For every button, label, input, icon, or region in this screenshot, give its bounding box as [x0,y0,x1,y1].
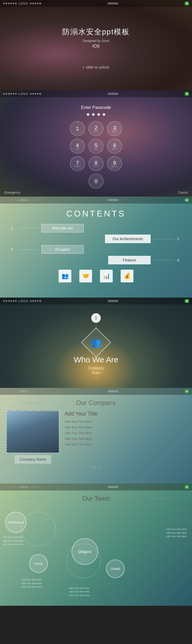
slide-3: LOGO ■ CONTENTS 1 Who We Are Our Achieve… [0,197,192,298]
dot [8,486,10,488]
passcode-dot [97,113,100,116]
add-text-1: Add Your Text Here [65,419,186,425]
dot [32,300,34,302]
contents-row-4: Finance 4 [11,256,181,264]
whoweare-content: 1 👥 Who We Are Company Team • • • [0,304,192,387]
dot [32,391,34,392]
slide-to-unlock[interactable]: › slide to unlock [83,65,110,70]
dashed-line [153,260,174,260]
key-3[interactable]: 3DEF [107,121,122,136]
slide1-main: 防溺水安全ppt模板 Designed by Gomi IOS › slide … [0,7,192,90]
contents-row-1: 1 Who We Are [11,224,181,232]
dots-decoration: • • • [6,466,186,469]
dot [30,391,32,392]
center-bar [108,199,118,201]
dot [6,3,7,4]
company-image [6,411,59,453]
add-text-5: Add Your Text Here [65,442,186,448]
contents-item-2[interactable]: Our Achievements [105,235,151,243]
dot [35,486,36,488]
company-image-col: Company Name [6,411,59,463]
key-1[interactable]: 1 [70,121,85,136]
dot [8,93,10,95]
dot [3,300,5,302]
dot [37,199,39,201]
company-row: Company Name Add Your Title Add Your Tex… [6,411,186,463]
icon-money: 💰 [121,270,133,282]
keypad: 1 2ABC 3DEF 4GHI 5JKL 6MNO 7PQRS 8TUV 9W… [69,121,123,189]
dot [6,391,7,392]
logo-area: LOGO [3,390,41,393]
dot [10,3,12,4]
united-label: United [111,567,120,571]
circle-young: Young [29,554,48,573]
dot [10,300,12,302]
contents-item-1[interactable]: Who We Are [41,224,84,232]
icon-chart: 📊 [100,270,113,282]
add-title: Add Your Title [65,411,186,417]
center-bar [108,2,118,5]
center-bar [108,486,118,488]
dot [30,93,32,95]
slide-1: LOGO ■ 防溺水安全ppt模板 Designed by Gomi IOS ›… [0,0,192,90]
company-name[interactable]: Company Name [15,455,51,463]
passcode-footer: Emergency Cancel [4,191,188,194]
key-6[interactable]: 6MNO [107,139,122,154]
contents-grid: 1 Who We Are Our Achievements 2 3 Prospe… [11,224,181,264]
key-4[interactable]: 4GHI [70,139,85,154]
slide-3-header: LOGO ■ [0,197,192,204]
logo-text: LOGO [19,299,28,303]
dot [32,486,34,488]
contents-title: CONTENTS [11,209,181,219]
contents-main: CONTENTS 1 Who We Are Our Achievements 2… [0,204,192,288]
center-bar [108,390,118,392]
dashed-line [18,228,39,228]
dot [37,3,39,4]
dot [10,486,12,488]
circle-professional: Professional [5,512,27,533]
slide1-ios: IOS [92,44,100,49]
contents-item-3[interactable]: Prospect [41,245,84,254]
logo-text: LOGO [19,198,28,202]
passcode-dot [92,113,95,116]
company-section-title: Our Company [6,399,186,406]
emergency-button[interactable]: Emergency [4,191,20,194]
item-num-3: 3 [11,248,15,252]
key-2[interactable]: 2ABC [89,121,103,136]
dot [10,93,12,95]
center-bar [108,300,118,302]
dot [30,199,32,201]
key-8[interactable]: 8TUV [89,156,103,171]
cancel-button[interactable]: Cancel [178,191,188,194]
dot [13,391,14,392]
dashed-line [18,249,39,250]
contents-row-2: Our Achievements 2 [11,235,181,243]
dot [8,199,10,201]
key-0[interactable]: 0 [89,174,103,189]
logo-text: LOGO [19,485,28,489]
professional-label: Professional [8,521,24,524]
contents-item-4[interactable]: Finance [108,256,151,264]
dot [3,486,5,488]
slide1-title: 防溺水安全ppt模板 [62,27,130,37]
dot [13,300,14,302]
status-indicator: ■ [185,299,189,303]
dot [8,391,10,392]
slide-2: LOGO ■ Enter Passcode 1 2ABC 3DEF 4GHI 5… [0,90,192,197]
logo-text: LOGO [19,92,28,95]
dot [15,93,17,95]
slide-6-header: LOGO ■ [0,484,192,490]
circle-united: United [106,560,125,578]
spacer [69,174,85,189]
logo-area: LOGO [3,485,41,489]
dot [35,300,36,302]
dot [40,300,41,302]
slide-4: LOGO ■ 1 👥 Who We Are Company Team • • • [0,298,192,388]
key-7[interactable]: 7PQRS [70,156,85,171]
company-label: Company [88,366,104,370]
status-indicator: ■ [185,198,189,202]
dot [35,93,36,95]
key-9[interactable]: 9WXYZ [107,156,122,171]
icon-handshake: 🤝 [79,270,92,282]
key-5[interactable]: 5JKL [89,139,103,154]
